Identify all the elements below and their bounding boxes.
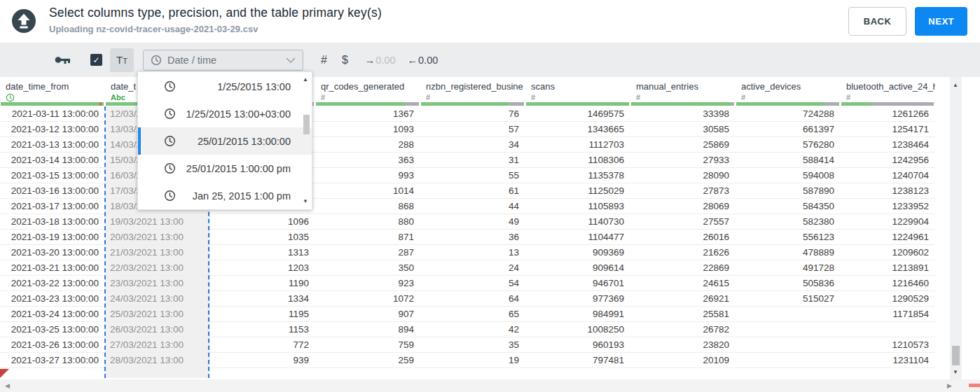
table-cell[interactable]: 880 [315,214,420,229]
currency-type-button[interactable]: $ [342,54,348,66]
table-cell[interactable]: 1104477 [525,230,630,244]
table-cell[interactable]: 28069 [630,199,736,214]
table-cell[interactable]: 1153 [210,322,315,337]
dropdown-scrollbar-thumb[interactable] [303,115,310,134]
table-cell[interactable]: 27933 [630,153,736,167]
table-cell[interactable]: 923 [315,276,420,290]
table-cell[interactable]: 42 [420,322,525,337]
table-cell[interactable]: 350 [315,260,420,275]
table-cell[interactable]: 27/03/2021 13:00 [105,337,210,352]
table-cell[interactable]: 1367 [315,106,420,121]
table-cell[interactable]: 478889 [736,245,841,260]
table-cell[interactable]: 33398 [630,106,736,121]
table-cell[interactable]: 76 [420,106,525,121]
boolean-type-checkbox[interactable]: ✓ [90,54,102,66]
table-cell[interactable]: 25581 [630,307,736,321]
table-cell[interactable]: 25869 [630,137,736,152]
dropdown-item[interactable]: 25/01/2015 1:00:00 pm [138,155,312,182]
table-cell[interactable]: 65 [420,307,525,321]
table-cell[interactable]: 1290529 [841,291,935,306]
table-cell[interactable]: 23/03/2021 13:00 [105,276,210,290]
dropdown-item[interactable]: 1/25/2015 13:00+03:00 [138,100,312,127]
table-cell[interactable]: 35 [420,337,525,352]
table-cell[interactable]: 576280 [736,137,841,152]
table-cell[interactable]: 28090 [630,168,736,183]
table-cell[interactable]: 946701 [525,276,630,290]
table-cell[interactable]: 57 [420,122,525,136]
vertical-scrollbar-thumb[interactable] [952,346,960,365]
table-cell[interactable]: 24615 [630,276,736,290]
table-cell[interactable]: 25/03/2021 13:00 [105,307,210,321]
table-cell[interactable]: 2021-03-22 13:00:00 [0,276,105,290]
table-cell[interactable]: 259 [315,353,420,368]
table-cell[interactable]: 26016 [630,230,736,244]
table-cell[interactable]: 907 [315,307,420,321]
column-header-qr_codes_generated[interactable]: qr_codes_generated# [315,77,420,102]
table-cell[interactable]: 2021-03-27 13:00:00 [0,353,105,368]
table-cell[interactable]: 1242956 [841,153,935,167]
column-header-scans[interactable]: scans# [525,77,630,102]
table-cell[interactable]: 23820 [630,337,736,352]
scroll-down-icon[interactable]: ▼ [303,199,308,204]
table-cell[interactable]: 587890 [736,183,841,198]
vertical-scrollbar[interactable]: ▲ ▼ [950,77,962,379]
table-cell[interactable]: 2021-03-24 13:00:00 [0,307,105,321]
primary-key-icon[interactable] [55,55,71,65]
table-cell[interactable]: 1229904 [841,214,935,229]
scroll-left-icon[interactable]: ◀ [5,383,10,389]
table-cell[interactable]: 909614 [525,260,630,275]
table-cell[interactable]: 1008250 [525,322,630,337]
table-cell[interactable]: 1190 [210,276,315,290]
table-cell[interactable]: 1231104 [841,353,935,368]
decimal-increase-button[interactable]: → 0.00 [365,55,396,66]
table-cell[interactable]: 44 [420,199,525,214]
column-header-manual_entries[interactable]: manual_entries# [630,77,736,102]
table-cell[interactable]: 759 [315,337,420,352]
table-cell[interactable]: 1140730 [525,214,630,229]
table-cell[interactable]: 871 [315,230,420,244]
table-cell[interactable]: 54 [420,276,525,290]
table-cell[interactable]: 556123 [736,230,841,244]
table-cell[interactable]: 61 [420,183,525,198]
table-cell[interactable] [736,307,841,321]
table-cell[interactable]: 909369 [525,245,630,260]
horizontal-scrollbar-thumb[interactable] [969,384,980,387]
scroll-right-icon[interactable]: ▶ [947,383,952,389]
table-cell[interactable]: 27873 [630,183,736,198]
table-cell[interactable]: 1238464 [841,137,935,152]
table-cell[interactable]: 868 [315,199,420,214]
table-cell[interactable]: 2021-03-13 13:00:00 [0,137,105,152]
table-cell[interactable]: 1233952 [841,199,935,214]
dropdown-item[interactable]: Jan 25, 2015 1:00 pm [138,182,312,209]
table-cell[interactable]: 588414 [736,153,841,167]
table-cell[interactable]: 2021-03-21 13:00:00 [0,260,105,275]
table-cell[interactable]: 21/03/2021 13:00 [105,245,210,260]
table-cell[interactable]: 1035 [210,230,315,244]
table-cell[interactable]: 2021-03-17 13:00:00 [0,199,105,214]
column-header-date_time_from[interactable]: date_time_from [0,77,105,102]
table-cell[interactable]: 2021-03-19 13:00:00 [0,230,105,244]
table-cell[interactable]: 1096 [210,214,315,229]
table-cell[interactable]: 1125029 [525,183,630,198]
table-cell[interactable]: 894 [315,322,420,337]
decimal-decrease-button[interactable]: ← 0.00 [408,55,439,66]
table-cell[interactable]: 2021-03-12 13:00:00 [0,122,105,136]
table-cell[interactable]: 2021-03-14 13:00:00 [0,153,105,167]
table-cell[interactable]: 2021-03-20 13:00:00 [0,245,105,260]
dropdown-item[interactable]: 1/25/2015 13:00 [138,73,312,100]
table-cell[interactable]: 1108306 [525,153,630,167]
table-cell[interactable]: 505836 [736,276,841,290]
table-cell[interactable]: 2021-03-15 13:00:00 [0,168,105,183]
table-cell[interactable]: 1105893 [525,199,630,214]
table-cell[interactable]: 1216460 [841,276,935,290]
table-cell[interactable]: 1195 [210,307,315,321]
table-cell[interactable]: 984991 [525,307,630,321]
next-button[interactable]: NEXT [915,7,967,36]
table-cell[interactable]: 960193 [525,337,630,352]
table-cell[interactable]: 26/03/2021 13:00 [105,322,210,337]
table-cell[interactable]: 20/03/2021 13:00 [105,230,210,244]
table-cell[interactable]: 2021-03-26 13:00:00 [0,337,105,352]
table-cell[interactable]: 1469575 [525,106,630,121]
table-cell[interactable]: 1334 [210,291,315,306]
table-cell[interactable]: 582380 [736,214,841,229]
